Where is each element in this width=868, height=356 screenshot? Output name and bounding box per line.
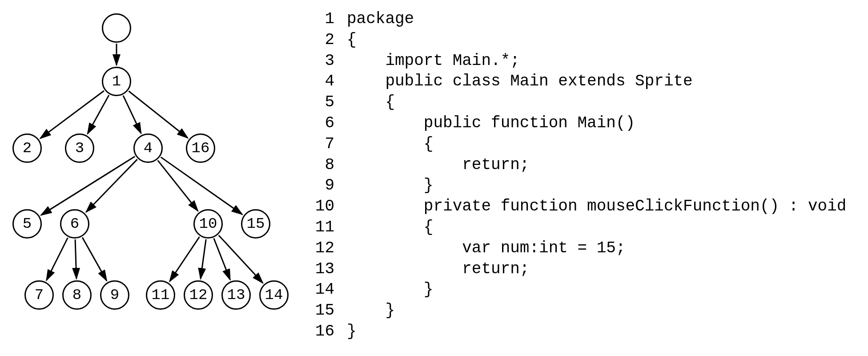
code-text: }	[347, 279, 433, 300]
tree-node-n11: 11	[146, 280, 175, 310]
line-number: 6	[307, 113, 347, 134]
code-text: }	[347, 300, 395, 321]
code-text: public function Main()	[347, 113, 635, 134]
tree-edge	[158, 160, 198, 211]
code-line: 2{	[307, 30, 864, 51]
tree-node-n8: 8	[62, 280, 92, 310]
tree-edge	[123, 96, 141, 134]
line-number: 13	[307, 259, 347, 280]
code-line: 7 {	[307, 134, 864, 155]
tree-edge	[161, 157, 242, 214]
tree-diagram: 12341656101578911121314	[0, 0, 302, 356]
tree-node-n7: 7	[24, 280, 54, 310]
code-line: 16}	[307, 321, 864, 342]
code-line: 15 }	[307, 300, 864, 321]
code-text: {	[347, 134, 433, 155]
code-text: }	[347, 175, 433, 196]
tree-node-n12: 12	[184, 280, 213, 310]
tree-node-n6: 6	[60, 209, 89, 239]
tree-edge	[129, 91, 188, 138]
code-line: 9 }	[307, 175, 864, 196]
tree-node-n10: 10	[193, 209, 223, 239]
line-number: 8	[307, 155, 347, 176]
code-text: {	[347, 92, 395, 113]
code-text: {	[347, 30, 357, 51]
line-number: 5	[307, 92, 347, 113]
line-number: 2	[307, 30, 347, 51]
line-number: 12	[307, 238, 347, 259]
tree-edge	[82, 238, 107, 281]
code-line: 12 var num:int = 15;	[307, 238, 864, 259]
tree-node-n14: 14	[259, 280, 289, 310]
tree-edge	[47, 238, 68, 280]
tree-node-n2: 2	[12, 134, 42, 163]
tree-edge	[201, 239, 206, 279]
tree-node-n1: 1	[102, 67, 131, 96]
line-number: 7	[307, 134, 347, 155]
tree-node-n3: 3	[65, 134, 94, 163]
tree-edge	[219, 235, 263, 283]
line-number: 9	[307, 175, 347, 196]
code-line: 6 public function Main()	[307, 113, 864, 134]
code-text: return;	[347, 259, 529, 280]
code-text: }	[347, 321, 357, 342]
code-line: 11 {	[307, 217, 864, 238]
line-number: 15	[307, 300, 347, 321]
tree-node-n9: 9	[100, 280, 129, 310]
code-text: var num:int = 15;	[347, 238, 626, 259]
tree-edge	[170, 237, 200, 281]
code-line: 8 return;	[307, 155, 864, 176]
tree-edge	[41, 157, 135, 215]
code-text: private function mouseClickFunction() : …	[347, 196, 846, 217]
tree-node-root	[102, 13, 131, 43]
code-text: import Main.*;	[347, 51, 520, 72]
code-line: 13 return;	[307, 259, 864, 280]
code-listing: 1package2{3 import Main.*;4 public class…	[302, 0, 868, 351]
code-line: 5 {	[307, 92, 864, 113]
line-number: 3	[307, 51, 347, 72]
tree-node-n16: 16	[186, 134, 215, 163]
tree-edge	[40, 91, 104, 138]
line-number: 14	[307, 279, 347, 300]
code-text: public class Main extends Sprite	[347, 71, 693, 92]
tree-edge	[75, 239, 76, 279]
code-line: 14 }	[307, 279, 864, 300]
code-line: 1package	[307, 9, 864, 30]
line-number: 4	[307, 71, 347, 92]
code-line: 10 private function mouseClickFunction()…	[307, 196, 864, 217]
line-number: 1	[307, 9, 347, 30]
code-line: 4 public class Main extends Sprite	[307, 71, 864, 92]
code-line: 3 import Main.*;	[307, 51, 864, 72]
tree-node-n13: 13	[221, 280, 251, 310]
line-number: 11	[307, 217, 347, 238]
tree-node-n4: 4	[133, 134, 163, 163]
line-number: 10	[307, 196, 347, 217]
code-text: return;	[347, 155, 529, 176]
tree-edge	[86, 159, 137, 212]
tree-node-n15: 15	[241, 209, 270, 239]
tree-node-n5: 5	[12, 209, 42, 239]
code-text: package	[347, 9, 414, 30]
code-text: {	[347, 217, 433, 238]
line-number: 16	[307, 321, 347, 342]
